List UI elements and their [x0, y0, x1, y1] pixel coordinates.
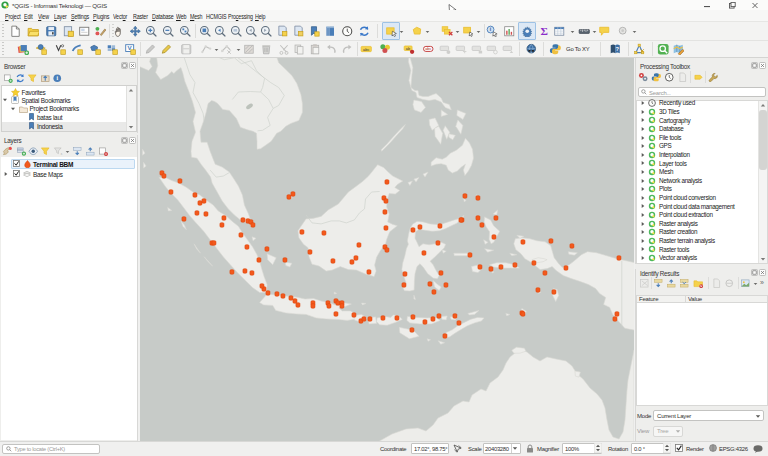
- svg-text:?: ?: [615, 46, 619, 52]
- svg-text:ε: ε: [61, 152, 63, 156]
- svg-text:Σ: Σ: [540, 25, 547, 37]
- svg-text:abc: abc: [425, 47, 431, 51]
- svg-text:abc: abc: [363, 46, 370, 51]
- svg-text:ab: ab: [406, 46, 410, 50]
